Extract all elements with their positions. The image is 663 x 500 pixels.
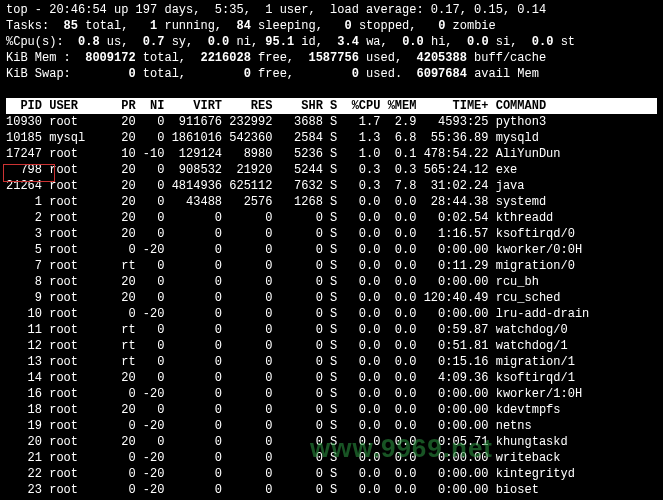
process-row[interactable]: 14 root 20 0 0 0 0 S 0.0 0.0 4:09.36 kso…	[6, 370, 657, 386]
summary-line-swap: KiB Swap: 0 total, 0 free, 0 used. 60976…	[6, 66, 657, 82]
summary-line-mem: KiB Mem : 8009172 total, 2216028 free, 1…	[6, 50, 657, 66]
process-row[interactable]: 19 root 0 -20 0 0 0 S 0.0 0.0 0:00.00 ne…	[6, 418, 657, 434]
process-row[interactable]: 22 root 0 -20 0 0 0 S 0.0 0.0 0:00.00 ki…	[6, 466, 657, 482]
process-row[interactable]: 1 root 20 0 43488 2576 1268 S 0.0 0.0 28…	[6, 194, 657, 210]
summary-line-cpu: %Cpu(s): 0.8 us, 0.7 sy, 0.0 ni, 95.1 id…	[6, 34, 657, 50]
process-row[interactable]: 21 root 0 -20 0 0 0 S 0.0 0.0 0:00.00 wr…	[6, 450, 657, 466]
terminal-output: top - 20:46:54 up 197 days, 5:35, 1 user…	[0, 0, 663, 500]
column-header[interactable]: PID USER PR NI VIRT RES SHR S %CPU %MEM …	[6, 98, 657, 114]
process-row[interactable]: 2 root 20 0 0 0 0 S 0.0 0.0 0:02.54 kthr…	[6, 210, 657, 226]
summary-line-1: top - 20:46:54 up 197 days, 5:35, 1 user…	[6, 2, 657, 18]
process-row[interactable]: 798 root 20 0 908532 21920 5244 S 0.3 0.…	[6, 162, 657, 178]
process-row[interactable]: 17247 root 10 -10 129124 8980 5236 S 1.0…	[6, 146, 657, 162]
process-row[interactable]: 5 root 0 -20 0 0 0 S 0.0 0.0 0:00.00 kwo…	[6, 242, 657, 258]
process-row[interactable]: 13 root rt 0 0 0 0 S 0.0 0.0 0:15.16 mig…	[6, 354, 657, 370]
process-row[interactable]: 23 root 0 -20 0 0 0 S 0.0 0.0 0:00.00 bi…	[6, 482, 657, 498]
process-row[interactable]: 20 root 20 0 0 0 0 S 0.0 0.0 0:05.71 khu…	[6, 434, 657, 450]
process-row[interactable]: 10185 mysql 20 0 1861016 542360 2584 S 1…	[6, 130, 657, 146]
process-row[interactable]: 10930 root 20 0 911676 232992 3688 S 1.7…	[6, 114, 657, 130]
process-row[interactable]: 7 root rt 0 0 0 0 S 0.0 0.0 0:11.29 migr…	[6, 258, 657, 274]
process-row[interactable]: 12 root rt 0 0 0 0 S 0.0 0.0 0:51.81 wat…	[6, 338, 657, 354]
summary-line-tasks: Tasks: 85 total, 1 running, 84 sleeping,…	[6, 18, 657, 34]
process-row[interactable]: 16 root 0 -20 0 0 0 S 0.0 0.0 0:00.00 kw…	[6, 386, 657, 402]
process-row[interactable]: 9 root 20 0 0 0 0 S 0.0 0.0 120:40.49 rc…	[6, 290, 657, 306]
process-row[interactable]: 11 root rt 0 0 0 0 S 0.0 0.0 0:59.87 wat…	[6, 322, 657, 338]
blank-line	[6, 82, 657, 98]
process-row[interactable]: 18 root 20 0 0 0 0 S 0.0 0.0 0:00.00 kde…	[6, 402, 657, 418]
process-row[interactable]: 10 root 0 -20 0 0 0 S 0.0 0.0 0:00.00 lr…	[6, 306, 657, 322]
process-list[interactable]: 10930 root 20 0 911676 232992 3688 S 1.7…	[6, 114, 657, 500]
process-row[interactable]: 3 root 20 0 0 0 0 S 0.0 0.0 1:16.57 ksof…	[6, 226, 657, 242]
process-row[interactable]: 21264 root 20 0 4814936 625112 7632 S 0.…	[6, 178, 657, 194]
process-row[interactable]: 8 root 20 0 0 0 0 S 0.0 0.0 0:00.00 rcu_…	[6, 274, 657, 290]
